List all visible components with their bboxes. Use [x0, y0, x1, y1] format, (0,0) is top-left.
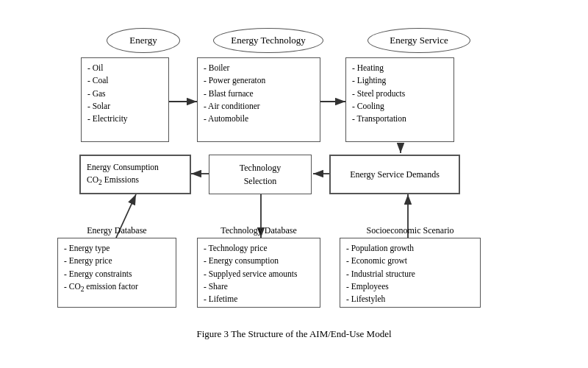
box-technology-database: - Technology price - Energy consumption …: [197, 238, 320, 308]
label-energy-database: Energy Database: [57, 225, 176, 236]
figure-caption: Figure 3 The Structure of the AIM/End-Us…: [0, 328, 588, 340]
box-energy-consumption: Energy Consumption CO2 Emissions: [79, 155, 191, 194]
diagram: Energy Energy Technology Energy Service …: [0, 7, 588, 346]
label-socioeconomic: Socioeconomic Scenario: [340, 225, 481, 236]
box-energy-service-demands: Energy Service Demands: [329, 155, 460, 194]
oval-tech: Energy Technology: [213, 28, 323, 53]
box-energy-service: - Heating - Lighting - Steel products - …: [345, 57, 454, 142]
box-socioeconomic: - Population growth - Economic growt - I…: [340, 238, 481, 308]
label-tech-database: Technology Database: [197, 225, 320, 236]
box-energy: - Oil - Coal - Gas - Solar - Electricity: [81, 57, 169, 142]
box-technology-selection: Technology Selection: [209, 155, 312, 194]
oval-service: Energy Service: [368, 28, 470, 53]
box-energy-database: - Energy type - Energy price - Energy co…: [57, 238, 176, 308]
box-energy-technology: - Boiler - Power generaton - Blast furna…: [197, 57, 320, 142]
oval-energy: Energy: [107, 28, 180, 53]
